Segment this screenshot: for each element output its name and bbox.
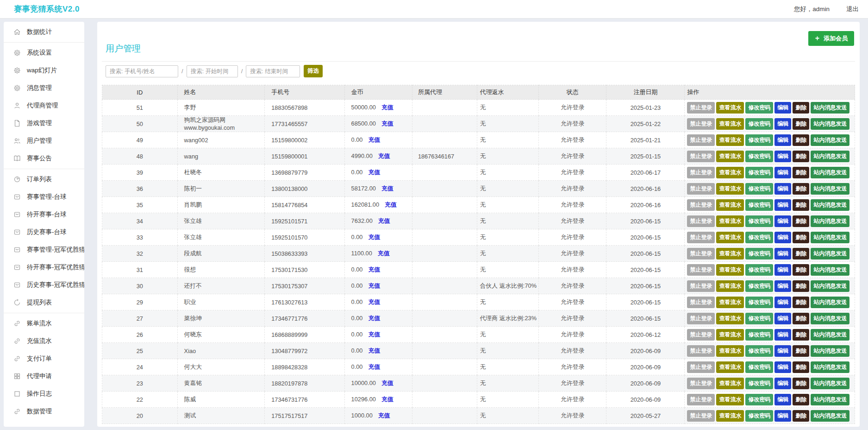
sidebar-item-pay-orders[interactable]: 支付订单	[4, 350, 84, 367]
recharge-link[interactable]: 充值	[368, 298, 380, 305]
forbid-login-button[interactable]: 禁止登录	[687, 361, 715, 373]
recharge-link[interactable]: 充值	[368, 234, 380, 240]
recharge-link[interactable]: 充值	[368, 363, 380, 370]
forbid-login-button[interactable]: 禁止登录	[687, 118, 715, 130]
delete-button[interactable]: 删除	[793, 394, 809, 405]
edit-button[interactable]: 编辑	[774, 151, 791, 162]
view-flow-button[interactable]: 查看流水	[716, 248, 744, 259]
view-flow-button[interactable]: 查看流水	[716, 313, 744, 324]
delete-button[interactable]: 删除	[793, 264, 809, 276]
edit-button[interactable]: 编辑	[774, 313, 791, 324]
sidebar-item-wap-slides[interactable]: wap幻灯片	[4, 62, 84, 79]
delete-button[interactable]: 删除	[793, 167, 809, 178]
view-flow-button[interactable]: 查看流水	[716, 361, 744, 373]
change-password-button[interactable]: 修改密码	[745, 264, 773, 276]
delete-button[interactable]: 删除	[793, 102, 809, 114]
logout-link[interactable]: 退出	[846, 5, 859, 13]
site-message-button[interactable]: 站内消息发送	[811, 361, 849, 373]
forbid-login-button[interactable]: 禁止登录	[687, 248, 715, 259]
edit-button[interactable]: 编辑	[774, 378, 791, 389]
site-message-button[interactable]: 站内消息发送	[811, 199, 849, 211]
view-flow-button[interactable]: 查看流水	[716, 102, 744, 114]
delete-button[interactable]: 删除	[793, 248, 809, 259]
forbid-login-button[interactable]: 禁止登录	[687, 167, 715, 178]
recharge-link[interactable]: 充值	[385, 201, 397, 208]
add-member-button[interactable]: 添加会员	[808, 31, 854, 46]
site-message-button[interactable]: 站内消息发送	[811, 248, 849, 259]
site-message-button[interactable]: 站内消息发送	[811, 134, 849, 146]
edit-button[interactable]: 编辑	[774, 361, 791, 373]
change-password-button[interactable]: 修改密码	[745, 410, 773, 422]
delete-button[interactable]: 删除	[793, 215, 809, 227]
delete-button[interactable]: 删除	[793, 410, 809, 422]
sidebar-item-history-match-champion[interactable]: 历史赛事-冠军优胜猜	[4, 276, 84, 294]
recharge-link[interactable]: 充值	[368, 282, 380, 289]
recharge-link[interactable]: 充值	[381, 396, 393, 403]
search-phone-name-input[interactable]	[106, 65, 178, 77]
forbid-login-button[interactable]: 禁止登录	[687, 329, 715, 341]
delete-button[interactable]: 删除	[793, 329, 809, 341]
sidebar-item-agent-mgmt[interactable]: 代理商管理	[4, 97, 84, 114]
delete-button[interactable]: 删除	[793, 345, 809, 357]
recharge-link[interactable]: 充值	[368, 315, 380, 322]
forbid-login-button[interactable]: 禁止登录	[687, 134, 715, 146]
sidebar-item-pending-match-champion[interactable]: 待开赛事-冠军优胜猜	[4, 259, 84, 276]
recharge-link[interactable]: 充值	[368, 331, 380, 338]
forbid-login-button[interactable]: 禁止登录	[687, 232, 715, 243]
site-message-button[interactable]: 站内消息发送	[811, 329, 849, 341]
forbid-login-button[interactable]: 禁止登录	[687, 410, 715, 422]
recharge-link[interactable]: 充值	[368, 347, 380, 354]
change-password-button[interactable]: 修改密码	[745, 199, 773, 211]
view-flow-button[interactable]: 查看流水	[716, 215, 744, 227]
change-password-button[interactable]: 修改密码	[745, 345, 773, 357]
recharge-link[interactable]: 充值	[368, 169, 380, 176]
edit-button[interactable]: 编辑	[774, 248, 791, 259]
site-message-button[interactable]: 站内消息发送	[811, 280, 849, 292]
view-flow-button[interactable]: 查看流水	[716, 183, 744, 195]
change-password-button[interactable]: 修改密码	[745, 297, 773, 308]
recharge-link[interactable]: 充值	[381, 120, 393, 127]
sidebar-item-match-mgmt-champion[interactable]: 赛事管理-冠军优胜猜	[4, 241, 84, 259]
recharge-link[interactable]: 充值	[378, 217, 390, 224]
view-flow-button[interactable]: 查看流水	[716, 378, 744, 389]
view-flow-button[interactable]: 查看流水	[716, 151, 744, 162]
site-message-button[interactable]: 站内消息发送	[811, 313, 849, 324]
change-password-button[interactable]: 修改密码	[745, 378, 773, 389]
sidebar-item-op-logs[interactable]: 操作日志	[4, 385, 84, 403]
view-flow-button[interactable]: 查看流水	[716, 394, 744, 405]
view-flow-button[interactable]: 查看流水	[716, 297, 744, 308]
edit-button[interactable]: 编辑	[774, 394, 791, 405]
forbid-login-button[interactable]: 禁止登录	[687, 394, 715, 405]
site-message-button[interactable]: 站内消息发送	[811, 167, 849, 178]
sidebar-item-withdraw-list[interactable]: 提现列表	[4, 294, 84, 311]
site-message-button[interactable]: 站内消息发送	[811, 151, 849, 162]
edit-button[interactable]: 编辑	[774, 410, 791, 422]
change-password-button[interactable]: 修改密码	[745, 102, 773, 114]
change-password-button[interactable]: 修改密码	[745, 313, 773, 324]
forbid-login-button[interactable]: 禁止登录	[687, 297, 715, 308]
site-message-button[interactable]: 站内消息发送	[811, 215, 849, 227]
site-message-button[interactable]: 站内消息发送	[811, 183, 849, 195]
edit-button[interactable]: 编辑	[774, 280, 791, 292]
forbid-login-button[interactable]: 禁止登录	[687, 215, 715, 227]
edit-button[interactable]: 编辑	[774, 183, 791, 195]
edit-button[interactable]: 编辑	[774, 118, 791, 130]
edit-button[interactable]: 编辑	[774, 199, 791, 211]
edit-button[interactable]: 编辑	[774, 215, 791, 227]
forbid-login-button[interactable]: 禁止登录	[687, 183, 715, 195]
delete-button[interactable]: 删除	[793, 118, 809, 130]
change-password-button[interactable]: 修改密码	[745, 232, 773, 243]
site-message-button[interactable]: 站内消息发送	[811, 394, 849, 405]
delete-button[interactable]: 删除	[793, 313, 809, 324]
change-password-button[interactable]: 修改密码	[745, 361, 773, 373]
sidebar-item-match-mgmt-billiards[interactable]: 赛事管理-台球	[4, 188, 84, 206]
delete-button[interactable]: 删除	[793, 134, 809, 146]
filter-button[interactable]: 筛选	[304, 65, 323, 77]
site-message-button[interactable]: 站内消息发送	[811, 264, 849, 276]
site-message-button[interactable]: 站内消息发送	[811, 118, 849, 130]
site-message-button[interactable]: 站内消息发送	[811, 410, 849, 422]
site-message-button[interactable]: 站内消息发送	[811, 378, 849, 389]
edit-button[interactable]: 编辑	[774, 102, 791, 114]
change-password-button[interactable]: 修改密码	[745, 151, 773, 162]
site-message-button[interactable]: 站内消息发送	[811, 232, 849, 243]
